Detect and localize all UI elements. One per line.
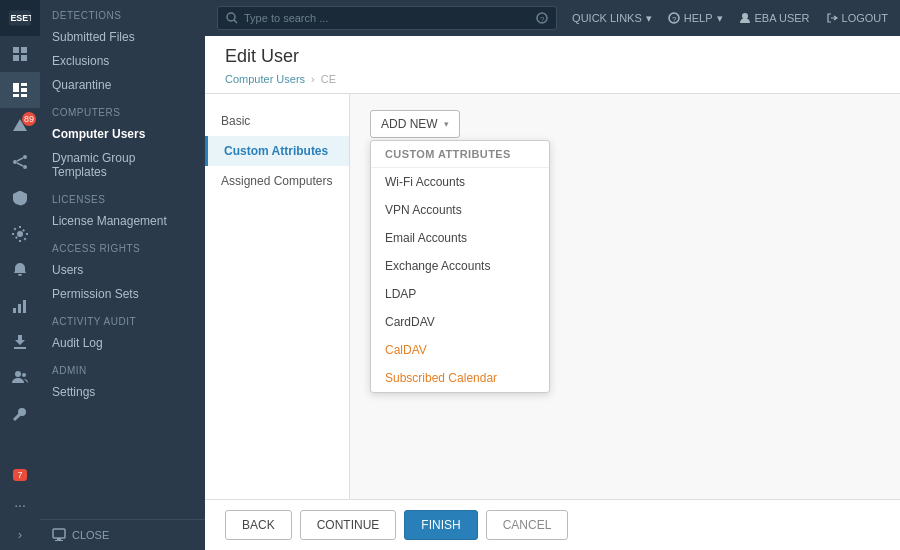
svg-point-13 (23, 165, 27, 169)
dropdown-item-caldav[interactable]: CalDAV (371, 336, 549, 364)
dropdown-item-subscribed-calendar[interactable]: Subscribed Calendar (371, 364, 549, 392)
svg-rect-3 (21, 47, 27, 53)
sidebar-item-exclusions[interactable]: Exclusions (40, 49, 205, 73)
svg-rect-10 (21, 83, 27, 86)
svg-rect-25 (55, 540, 63, 541)
dropdown-item-email-accounts[interactable]: Email Accounts (371, 224, 549, 252)
breadcrumb-parent[interactable]: Computer Users (225, 73, 305, 85)
page-title: Edit User (225, 46, 880, 67)
help-icon: ? (536, 12, 548, 24)
add-new-chevron-icon: ▾ (444, 119, 449, 129)
svg-rect-17 (13, 308, 16, 313)
add-new-button[interactable]: ADD NEW ▾ (370, 110, 460, 138)
topbar: ? QUICK LINKS ▾ ? HELP ▾ EBA USER (205, 0, 900, 36)
sidebar-item-permission-sets[interactable]: Permission Sets (40, 282, 205, 306)
sidebar: DETECTIONS Submitted Files Exclusions Qu… (40, 0, 205, 550)
add-new-label: ADD NEW (381, 117, 438, 131)
dropdown-item-wifi-accounts[interactable]: Wi-Fi Accounts (371, 168, 549, 196)
logo-area: ESET (0, 0, 40, 36)
finish-button[interactable]: FINISH (404, 510, 477, 540)
cancel-button[interactable]: CANCEL (486, 510, 569, 540)
rail-icon-bell[interactable] (0, 252, 40, 288)
svg-point-12 (13, 160, 17, 164)
sidebar-item-computer-users[interactable]: Computer Users (40, 122, 205, 146)
svg-point-16 (17, 231, 23, 237)
rail-icon-download[interactable] (0, 324, 40, 360)
tab-sidebar: Basic Custom Attributes Assigned Compute… (205, 94, 350, 499)
licenses-section: LICENSES License Management (40, 184, 205, 233)
search-input[interactable] (244, 12, 530, 24)
breadcrumb-separator: › (311, 73, 315, 85)
dropdown-item-carddav[interactable]: CardDAV (371, 308, 549, 336)
search-box[interactable]: ? (217, 6, 557, 30)
activity-audit-section: ACTIVITY AUDIT Audit Log (40, 306, 205, 355)
dropdown-menu: Custom Attributes Wi-Fi Accounts VPN Acc… (370, 140, 550, 393)
user-icon (739, 12, 751, 24)
rail-icon-chart[interactable] (0, 288, 40, 324)
svg-text:ESET: ESET (10, 13, 31, 23)
svg-point-26 (227, 13, 235, 21)
rail-icon-dashboard[interactable] (0, 72, 40, 108)
quick-links-btn[interactable]: QUICK LINKS ▾ (572, 12, 652, 25)
rail-icon-grid[interactable] (0, 36, 40, 72)
admin-section: ADMIN Settings (40, 355, 205, 404)
activity-audit-label: ACTIVITY AUDIT (40, 306, 205, 331)
tab-basic[interactable]: Basic (205, 106, 349, 136)
user-label: EBA USER (755, 12, 810, 24)
sidebar-close[interactable]: CLOSE (40, 519, 205, 550)
svg-rect-23 (53, 529, 65, 538)
svg-rect-8 (13, 94, 19, 97)
svg-rect-19 (23, 300, 26, 313)
svg-rect-20 (14, 347, 26, 349)
rail-icon-shield[interactable] (0, 180, 40, 216)
add-new-container: ADD NEW ▾ Custom Attributes Wi-Fi Accoun… (370, 110, 880, 138)
logout-btn[interactable]: LOGOUT (826, 12, 888, 24)
svg-text:?: ? (540, 15, 545, 24)
main-area: ? QUICK LINKS ▾ ? HELP ▾ EBA USER (205, 0, 900, 550)
computers-label: COMPUTERS (40, 97, 205, 122)
svg-rect-5 (21, 55, 27, 61)
sidebar-item-dynamic-group-templates[interactable]: Dynamic Group Templates (40, 146, 205, 184)
rail-dots: ··· (0, 490, 40, 520)
sidebar-item-users[interactable]: Users (40, 258, 205, 282)
svg-rect-4 (13, 55, 19, 61)
rail-icon-wrench[interactable] (0, 396, 40, 432)
tab-custom-attributes[interactable]: Custom Attributes (205, 136, 349, 166)
monitor-icon (52, 528, 66, 542)
search-icon (226, 12, 238, 24)
content-panel: ADD NEW ▾ Custom Attributes Wi-Fi Accoun… (350, 94, 900, 499)
continue-button[interactable]: CONTINUE (300, 510, 397, 540)
help-label: HELP (684, 12, 713, 24)
rail-icon-threats[interactable]: 89 (0, 108, 40, 144)
page-body: Basic Custom Attributes Assigned Compute… (205, 94, 900, 499)
sidebar-item-settings[interactable]: Settings (40, 380, 205, 404)
dropdown-item-exchange-accounts[interactable]: Exchange Accounts (371, 252, 549, 280)
breadcrumb: Computer Users › CE (225, 73, 880, 93)
close-label: CLOSE (72, 529, 109, 541)
svg-rect-9 (21, 94, 27, 97)
dropdown-item-vpn-accounts[interactable]: VPN Accounts (371, 196, 549, 224)
quick-links-label: QUICK LINKS (572, 12, 642, 24)
svg-rect-2 (13, 47, 19, 53)
sidebar-item-submitted-files[interactable]: Submitted Files (40, 25, 205, 49)
tab-assigned-computers[interactable]: Assigned Computers (205, 166, 349, 196)
rail-icon-settings[interactable] (0, 216, 40, 252)
page-header: Edit User Computer Users › CE (205, 36, 900, 94)
help-circle-icon: ? (668, 12, 680, 24)
sidebar-item-quarantine[interactable]: Quarantine (40, 73, 205, 97)
notifications-badge: 89 (22, 112, 36, 126)
svg-line-14 (17, 158, 23, 161)
rail-expand-icon[interactable]: › (0, 520, 40, 550)
sidebar-item-license-management[interactable]: License Management (40, 209, 205, 233)
rail-icon-share[interactable] (0, 144, 40, 180)
footer-buttons: BACK CONTINUE FINISH CANCEL (205, 499, 900, 550)
svg-rect-24 (57, 538, 61, 540)
access-rights-section: ACCESS RIGHTS Users Permission Sets (40, 233, 205, 306)
help-btn[interactable]: ? HELP ▾ (668, 12, 723, 25)
sidebar-item-audit-log[interactable]: Audit Log (40, 331, 205, 355)
rail-icon-users[interactable] (0, 360, 40, 396)
dropdown-item-ldap[interactable]: LDAP (371, 280, 549, 308)
user-btn[interactable]: EBA USER (739, 12, 810, 24)
rail-bottom: 7 ··· › (0, 460, 40, 550)
back-button[interactable]: BACK (225, 510, 292, 540)
